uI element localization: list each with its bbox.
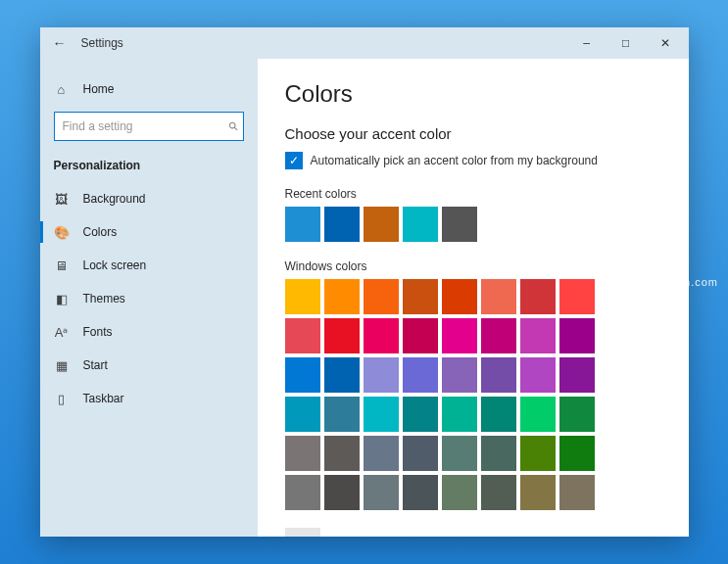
choose-accent-heading: Choose your accent color — [285, 125, 661, 142]
auto-pick-checkbox[interactable]: ✓ — [285, 152, 303, 169]
color-swatch[interactable] — [481, 475, 516, 510]
monitor-icon: 🖥 — [54, 258, 70, 273]
color-swatch[interactable] — [442, 436, 477, 471]
color-swatch[interactable] — [520, 397, 556, 432]
home-icon: ⌂ — [54, 81, 70, 97]
page-title: Colors — [285, 80, 661, 108]
maximize-button[interactable]: □ — [607, 27, 646, 59]
color-swatch[interactable] — [520, 318, 556, 353]
color-swatch[interactable] — [324, 318, 360, 353]
color-swatch[interactable] — [285, 207, 320, 242]
color-swatch[interactable] — [364, 436, 399, 471]
windows-colors-grid — [285, 279, 661, 510]
color-swatch[interactable] — [442, 397, 477, 432]
color-swatch[interactable] — [324, 279, 360, 314]
color-swatch[interactable] — [481, 357, 516, 393]
color-swatch[interactable] — [520, 357, 556, 393]
sidebar-item-label: Background — [83, 192, 146, 206]
sidebar-item-themes[interactable]: ◧ Themes — [40, 282, 258, 315]
color-swatch[interactable] — [442, 207, 477, 242]
color-swatch[interactable] — [481, 279, 516, 314]
font-icon: Aᵃ — [54, 324, 70, 340]
color-swatch[interactable] — [442, 318, 477, 353]
sidebar-item-taskbar[interactable]: ▯ Taskbar — [40, 382, 258, 415]
windows-colors-label: Windows colors — [285, 259, 661, 273]
recent-colors-row — [285, 207, 661, 242]
color-swatch[interactable] — [324, 207, 360, 242]
color-swatch[interactable] — [559, 279, 595, 314]
sidebar-item-label: Start — [83, 358, 108, 372]
color-swatch[interactable] — [559, 318, 595, 353]
color-swatch[interactable] — [559, 397, 595, 432]
color-swatch[interactable] — [285, 357, 320, 393]
color-swatch[interactable] — [364, 279, 399, 314]
minimize-button[interactable]: – — [567, 27, 607, 59]
color-swatch[interactable] — [403, 436, 438, 471]
start-icon: ▦ — [54, 357, 70, 373]
sidebar-item-label: Fonts — [83, 325, 113, 339]
sidebar-section-title: Personalization — [40, 153, 258, 182]
custom-color-button[interactable]: + — [285, 528, 320, 537]
custom-color-row: + Custom color — [285, 528, 661, 537]
color-swatch[interactable] — [403, 318, 438, 353]
color-swatch[interactable] — [403, 207, 438, 242]
color-swatch[interactable] — [520, 475, 556, 510]
sidebar-item-label: Themes — [83, 292, 125, 306]
color-swatch[interactable] — [364, 397, 399, 432]
color-swatch[interactable] — [442, 279, 477, 314]
sidebar: ⌂ Home ⚲ Personalization 🖼 Background 🎨 … — [40, 59, 258, 537]
settings-window: ← Settings – □ ✕ ⌂ Home ⚲ Personalizatio… — [40, 27, 689, 537]
color-swatch[interactable] — [364, 207, 399, 242]
color-swatch[interactable] — [481, 436, 516, 471]
color-swatch[interactable] — [442, 475, 477, 510]
sidebar-item-home[interactable]: ⌂ Home — [40, 72, 258, 106]
color-swatch[interactable] — [481, 318, 516, 353]
color-swatch[interactable] — [481, 397, 516, 432]
color-swatch[interactable] — [520, 279, 556, 314]
titlebar: ← Settings – □ ✕ — [40, 27, 689, 59]
sidebar-item-fonts[interactable]: Aᵃ Fonts — [40, 315, 258, 349]
palette-icon: 🎨 — [54, 224, 70, 240]
sidebar-item-background[interactable]: 🖼 Background — [40, 182, 258, 215]
color-swatch[interactable] — [285, 475, 320, 510]
color-swatch[interactable] — [364, 357, 399, 393]
color-swatch[interactable] — [559, 357, 595, 393]
auto-pick-label: Automatically pick an accent color from … — [311, 154, 598, 167]
sidebar-item-start[interactable]: ▦ Start — [40, 349, 258, 382]
sidebar-item-label: Colors — [83, 225, 118, 239]
close-button[interactable]: ✕ — [646, 27, 685, 59]
sidebar-item-label: Lock screen — [83, 258, 147, 272]
color-swatch[interactable] — [324, 397, 360, 432]
search-input[interactable] — [54, 112, 244, 141]
sidebar-item-colors[interactable]: 🎨 Colors — [40, 215, 258, 249]
color-swatch[interactable] — [285, 318, 320, 353]
watermark-text: wsxdn.com — [655, 276, 718, 288]
color-swatch[interactable] — [559, 475, 595, 510]
picture-icon: 🖼 — [54, 191, 70, 207]
sidebar-item-label: Home — [83, 82, 115, 96]
color-swatch[interactable] — [442, 357, 477, 393]
color-swatch[interactable] — [403, 475, 438, 510]
color-swatch[interactable] — [364, 475, 399, 510]
back-button[interactable]: ← — [44, 35, 75, 51]
recent-colors-label: Recent colors — [285, 187, 661, 201]
color-swatch[interactable] — [403, 397, 438, 432]
window-title: Settings — [81, 36, 123, 50]
color-swatch[interactable] — [403, 357, 438, 393]
color-swatch[interactable] — [324, 475, 360, 510]
color-swatch[interactable] — [403, 279, 438, 314]
color-swatch[interactable] — [324, 357, 360, 393]
taskbar-icon: ▯ — [54, 391, 70, 406]
color-swatch[interactable] — [520, 436, 556, 471]
color-swatch[interactable] — [559, 436, 595, 471]
color-swatch[interactable] — [364, 318, 399, 353]
color-swatch[interactable] — [324, 436, 360, 471]
color-swatch[interactable] — [285, 279, 320, 314]
search-container: ⚲ — [54, 112, 244, 141]
color-swatch[interactable] — [285, 397, 320, 432]
sidebar-item-lockscreen[interactable]: 🖥 Lock screen — [40, 249, 258, 282]
theme-icon: ◧ — [54, 291, 70, 306]
content-area: Colors Choose your accent color ✓ Automa… — [258, 59, 689, 537]
sidebar-item-label: Taskbar — [83, 392, 124, 405]
color-swatch[interactable] — [285, 436, 320, 471]
